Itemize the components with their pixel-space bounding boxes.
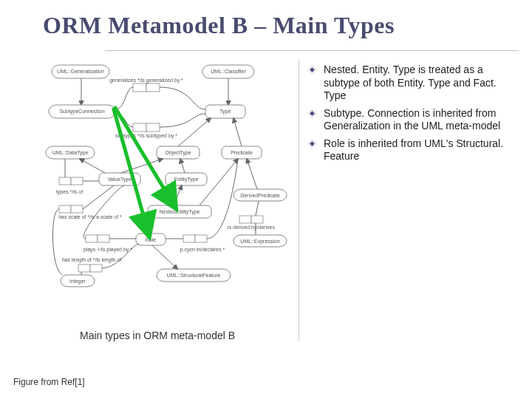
edge-label-cycn: p.cycn in/declares * [180,247,225,253]
node-uml-classifier: UML::Classifier [202,65,254,78]
svg-line-42 [247,159,257,189]
edge-label-scale: has scale of */is a scale of * [58,214,122,219]
svg-rect-48 [183,235,195,242]
svg-rect-11 [146,83,160,92]
svg-rect-61 [90,265,102,272]
svg-rect-13 [146,123,160,132]
svg-rect-46 [98,235,109,242]
svg-text:Integer: Integer [69,279,86,284]
svg-text:Type: Type [219,109,231,115]
svg-line-27 [180,159,185,173]
svg-text:ObjectType: ObjectType [165,150,191,156]
svg-line-53 [152,245,177,269]
svg-text:EntityType: EntityType [174,177,199,183]
svg-line-28 [80,159,105,173]
edge-label-subtypes: subtypes */is subtyped by * [115,133,177,139]
bullet-item: Subtype. Connection is inherited from Ge… [309,107,508,133]
svg-rect-60 [78,265,90,272]
edge-label-generalizes: generalizes */is generalized by * [109,78,183,83]
footnote: Figure from Ref[1] [13,377,85,387]
svg-rect-10 [133,83,146,92]
svg-line-59 [256,201,259,216]
svg-text:UML::Expression: UML::Expression [240,239,279,245]
svg-text:UML::DataType: UML::DataType [52,150,89,156]
node-predicate: Predicate [222,146,262,159]
edge-label-plays: plays +/is played by * [83,247,132,253]
node-integer: Integer [61,275,95,287]
node-uml-structuralfeature: UML::StructuralFeature [157,269,231,282]
svg-rect-45 [86,235,98,242]
bullet-item: Nested. Entity. Type is treated as a sub… [309,64,508,103]
node-derivedpredicate: DerivedPredicate [233,189,287,201]
node-uml-generalization: UML::Generalization [52,65,109,78]
svg-text:UML::Generalization: UML::Generalization [57,69,104,74]
svg-text:Role: Role [146,237,157,242]
page-title: ORM Metamodel B – Main Types [43,12,395,39]
node-objecttype: ObjectType [157,146,200,159]
bullet-list: Nested. Entity. Type is treated as a sub… [309,64,508,168]
node-subtype-connection: SubtypeConnection [49,105,115,118]
title-underline [105,50,519,51]
node-nestedentitytype: NestedEntityType [148,205,211,218]
svg-line-40 [174,185,182,205]
svg-text:UML::Classifier: UML::Classifier [211,69,246,74]
svg-text:ValueType: ValueType [108,177,132,183]
edge-label-types: types */is of [56,189,83,195]
svg-text:UML::StructuralFeature: UML::StructuralFeature [167,273,221,278]
svg-text:SubtypeConnection: SubtypeConnection [59,109,104,115]
svg-rect-34 [71,205,83,213]
vertical-separator [299,59,299,341]
diagram-caption: Main types in ORM meta-model B [80,330,235,341]
svg-rect-57 [251,216,263,223]
svg-rect-12 [133,123,146,132]
node-uml-expression: UML::Expression [233,235,287,247]
svg-rect-29 [59,177,71,185]
node-type: Type [205,105,245,118]
svg-rect-30 [71,177,83,185]
orm-diagram: UML::Generalization UML::Classifier Subt… [44,61,288,312]
svg-rect-49 [195,235,207,242]
svg-text:Predicate: Predicate [231,150,253,155]
svg-line-21 [233,118,242,146]
edge-label-length: has length of */is length of [62,257,122,263]
node-uml-datatype: UML::DataType [46,146,95,159]
svg-rect-33 [59,205,71,213]
bullet-item: Role is inherited from UML's Structural.… [309,137,508,163]
svg-line-35 [83,185,114,209]
svg-text:DerivedPredicate: DerivedPredicate [240,193,280,198]
svg-text:NestedEntityType: NestedEntityType [160,209,200,215]
edge-label-derived: is derived by/derives [228,225,275,231]
svg-rect-56 [239,216,251,223]
node-entitytype: EntityType [166,173,207,185]
svg-line-20 [178,118,211,146]
